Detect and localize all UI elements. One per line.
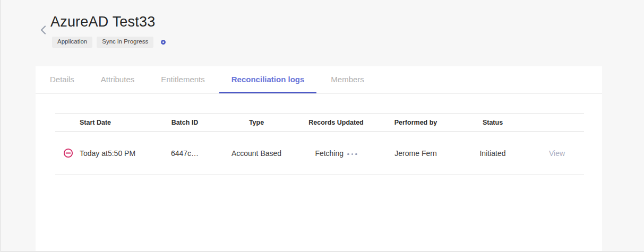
cell-batch-id: 6447c… [153, 149, 217, 158]
cell-performed-by: Jerome Fern [376, 149, 456, 158]
col-header-records-updated: Records Updated [296, 119, 376, 126]
loading-dots-icon [347, 151, 357, 155]
col-header-start-date: Start Date [73, 119, 153, 126]
view-link[interactable]: View [549, 149, 565, 158]
col-header-performed-by: Performed by [376, 119, 456, 126]
reconciliation-logs-table: Start Date Batch ID Type Records Updated… [55, 113, 584, 175]
badge-row: Application Sync in Progress [52, 37, 166, 48]
chevron-left-icon [40, 25, 46, 34]
col-header-type: Type [217, 119, 296, 126]
cell-start-date: Today at5:50 PM [73, 149, 153, 158]
tab-entitlements[interactable]: Entitlements [149, 66, 217, 93]
cell-type: Account Based [217, 149, 296, 158]
tab-attributes[interactable]: Attributes [89, 66, 147, 93]
tab-reconciliation-logs[interactable]: Reconciliation logs [219, 66, 317, 93]
minus-circle-icon[interactable] [63, 148, 73, 158]
application-badge: Application [52, 37, 92, 48]
table-header-row: Start Date Batch ID Type Records Updated… [55, 113, 584, 132]
back-button[interactable] [38, 24, 48, 36]
sync-status-badge: Sync in Progress [97, 37, 153, 48]
tab-bar: Details Attributes Entitlements Reconcil… [36, 66, 602, 94]
col-header-status: Status [456, 119, 530, 126]
col-header-batch-id: Batch ID [153, 119, 217, 126]
content-card: Details Attributes Entitlements Reconcil… [36, 66, 602, 251]
tab-members[interactable]: Members [319, 66, 376, 93]
tab-details[interactable]: Details [38, 66, 87, 93]
cell-records-updated: Fetching [296, 149, 376, 158]
app-window: AzureAD Test33 Application Sync in Progr… [0, 0, 644, 252]
page-title: AzureAD Test33 [50, 14, 155, 30]
table-row: Today at5:50 PM 6447c… Account Based Fet… [55, 132, 584, 175]
records-updated-text: Fetching [315, 149, 344, 158]
cell-status: Initiated [456, 149, 530, 158]
sync-progress-ring-icon [161, 40, 166, 45]
